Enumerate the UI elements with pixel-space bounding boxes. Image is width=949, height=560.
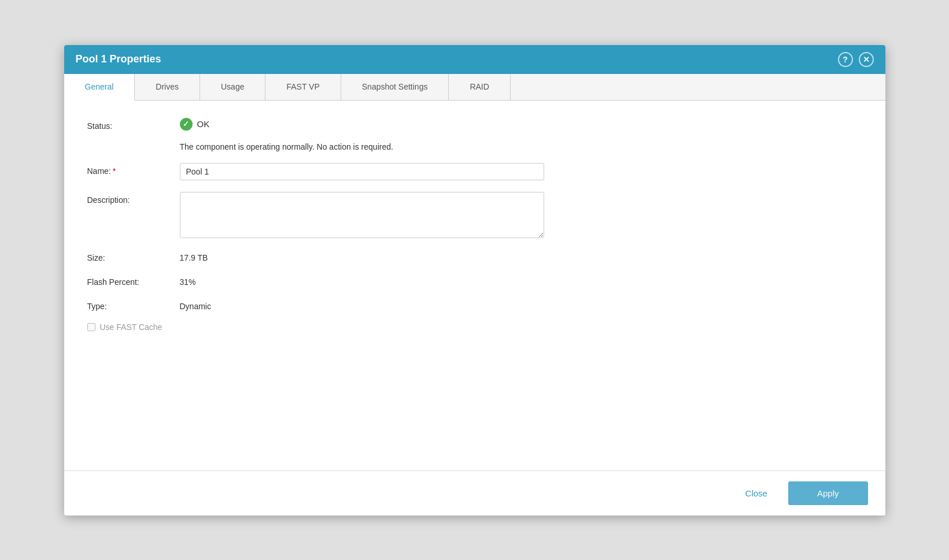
status-label: Status:	[87, 118, 180, 131]
status-row: Status: OK	[87, 118, 862, 131]
help-button[interactable]: ?	[838, 52, 853, 67]
size-label: Size:	[87, 250, 180, 262]
name-label: Name:*	[87, 163, 180, 176]
dialog-header: Pool 1 Properties ? ✕	[64, 45, 885, 74]
description-label: Description:	[87, 192, 180, 205]
fast-cache-row: Use FAST Cache	[87, 322, 862, 332]
name-required-star: *	[113, 166, 116, 176]
tab-snapshot-settings[interactable]: Snapshot Settings	[341, 74, 449, 100]
apply-button[interactable]: Apply	[788, 481, 868, 505]
flash-percent-row: Flash Percent: 31%	[87, 274, 862, 287]
type-value: Dynamic	[180, 298, 211, 311]
description-row: Description:	[87, 192, 862, 238]
tab-raid[interactable]: RAID	[449, 74, 510, 100]
size-value: 17.9 TB	[180, 250, 208, 262]
type-label: Type:	[87, 298, 180, 311]
close-button[interactable]: Close	[734, 483, 779, 504]
header-icons: ? ✕	[838, 52, 874, 67]
dialog-body: Status: OK The component is operating no…	[64, 101, 885, 470]
status-ok-icon	[180, 118, 193, 131]
close-x-button[interactable]: ✕	[859, 52, 874, 67]
type-row: Type: Dynamic	[87, 298, 862, 311]
name-input[interactable]	[180, 163, 544, 180]
name-row: Name:*	[87, 163, 862, 180]
dialog-footer: Close Apply	[64, 470, 885, 516]
tab-fast-vp[interactable]: FAST VP	[265, 74, 341, 100]
tab-general[interactable]: General	[64, 74, 135, 101]
status-description: The component is operating normally. No …	[180, 142, 862, 151]
dialog-title: Pool 1 Properties	[76, 53, 161, 65]
size-row: Size: 17.9 TB	[87, 250, 862, 262]
pool-properties-dialog: Pool 1 Properties ? ✕ General Drives Usa…	[64, 45, 885, 516]
flash-percent-label: Flash Percent:	[87, 274, 180, 287]
tab-usage[interactable]: Usage	[200, 74, 265, 100]
tab-bar: General Drives Usage FAST VP Snapshot Se…	[64, 74, 885, 101]
status-value: OK	[197, 119, 210, 129]
flash-percent-value: 31%	[180, 274, 196, 287]
fast-cache-checkbox[interactable]	[87, 323, 95, 331]
tab-drives[interactable]: Drives	[135, 74, 200, 100]
fast-cache-label: Use FAST Cache	[100, 322, 163, 332]
description-input[interactable]	[180, 192, 544, 238]
